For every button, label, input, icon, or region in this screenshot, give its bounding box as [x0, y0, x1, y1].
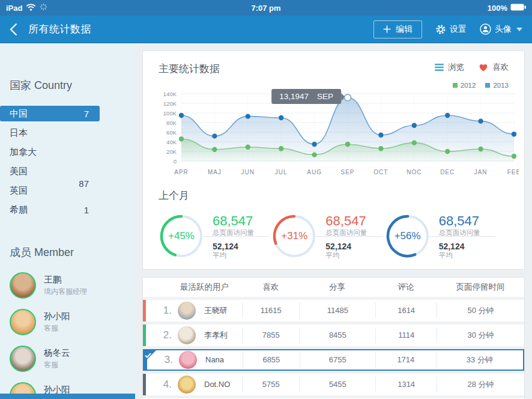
stat-average: 52,124 [439, 242, 480, 251]
member-avatar [10, 272, 36, 299]
member-role: 客服 [44, 323, 70, 334]
sidebar-item-country[interactable]: 加拿大 [0, 144, 100, 160]
rank-number: 4. [157, 379, 178, 391]
time-cell: 33 分钟 [436, 352, 523, 368]
avatar-menu-button[interactable]: 头像 [480, 23, 522, 35]
member-name: 杨冬云 [44, 347, 70, 359]
user-name: 王晓研 [204, 305, 228, 316]
stat-average: 52,124 [213, 242, 254, 251]
rank-number: 3. [159, 354, 179, 366]
active-users-table: 最活跃的用户 喜欢 分享 评论 页面停留时间 1. 王晓研 11615 [142, 277, 525, 399]
svg-text:MAJ: MAJ [208, 169, 222, 175]
member-section-title: 成员 Member [0, 245, 135, 260]
battery-icon [510, 4, 526, 13]
user-icon [480, 23, 491, 35]
shares-cell: 5455 [299, 377, 375, 392]
view-toggle-browse[interactable]: 浏览 [435, 62, 464, 73]
back-button[interactable] [10, 23, 17, 36]
legend-swatch-2012 [453, 83, 458, 88]
rank-number: 2. [157, 329, 178, 341]
sidebar-item-country[interactable]: 希腊 1 [0, 202, 100, 218]
member-avatar [10, 346, 36, 372]
progress-ring: +31% [271, 213, 317, 259]
settings-button-label: 设置 [450, 24, 467, 35]
svg-text:SEP: SEP [340, 169, 354, 175]
progress-ring: +45% [159, 213, 204, 259]
comments-cell: 1614 [375, 303, 437, 318]
svg-text:0: 0 [174, 158, 177, 165]
stat-percent: +31% [271, 213, 317, 259]
svg-text:OCT: OCT [373, 169, 388, 175]
member-list-item[interactable]: 孙小阳 客服 [0, 306, 135, 338]
user-avatar [179, 351, 197, 369]
table-header: 最活跃的用户 喜欢 分享 评论 页面停留时间 [143, 278, 524, 297]
stat-page-views: +56% 68,547 总页面访问量 52,124 平均 [385, 213, 498, 260]
country-name: 中国 [10, 108, 28, 120]
svg-text:NOC: NOC [407, 169, 422, 175]
rank-color-bar [143, 324, 146, 346]
svg-text:DEC: DEC [440, 169, 455, 175]
country-count: 1 [84, 205, 89, 215]
legend-label-2013: 2013 [493, 82, 509, 89]
likes-cell: 5755 [242, 377, 299, 392]
user-name: Nana [205, 355, 224, 364]
list-icon [435, 64, 444, 71]
sidebar-item-country[interactable]: 日本 [0, 125, 100, 141]
check-icon [145, 351, 151, 360]
comments-cell: 1714 [375, 352, 436, 368]
member-list-item[interactable]: 王鹏 境内客服经理 [0, 269, 135, 302]
table-row[interactable]: 3. Nana 6855 6755 1714 33 分钟 [143, 349, 524, 371]
table-header-comments: 评论 [375, 282, 437, 293]
stat-divider [316, 236, 382, 237]
tooltip-month: SEP [317, 92, 333, 101]
rank-color-bar [143, 300, 146, 321]
table-header-time: 页面停留时间 [437, 282, 524, 293]
svg-text:120K: 120K [163, 100, 177, 107]
table-row[interactable]: 4. Dot.NO 5755 5455 1314 28 分钟 [143, 374, 524, 395]
nav-bar: 所有统计数据 编辑 设置 [0, 16, 532, 43]
table-body: 1. 王晓研 11615 11485 1614 50 分钟 [143, 297, 524, 398]
comments-cell: 1314 [375, 377, 437, 392]
status-bar: iPad 7:07 pm [0, 0, 532, 16]
time-cell: 50 分钟 [437, 303, 524, 318]
svg-text:20K: 20K [166, 148, 177, 155]
table-row[interactable]: 1. 王晓研 11615 11485 1614 50 分钟 [143, 300, 524, 321]
user-avatar [178, 302, 196, 320]
svg-text:40K: 40K [166, 139, 177, 145]
stat-value: 68,547 [213, 213, 254, 228]
country-name: 日本 [10, 127, 28, 139]
member-name: 王鹏 [44, 274, 87, 285]
country-count: 87 [79, 178, 89, 189]
shares-cell: 6755 [300, 352, 375, 368]
stat-value: 68,547 [439, 213, 480, 228]
member-list-item[interactable]: 杨冬云 客服 [0, 343, 135, 375]
area-chart[interactable]: 020K40K60K80K100K120K140KAPRMAJJUNJULAUG… [159, 90, 519, 180]
member-name: 孙小阳 [44, 311, 70, 322]
sidebar-item-country[interactable]: 中国 7 [0, 106, 100, 121]
view-toggle-likes[interactable]: 喜欢 [479, 62, 509, 73]
sidebar-item-country[interactable]: 美国 [0, 163, 100, 179]
country-name: 美国 [10, 166, 28, 177]
stat-divider [429, 236, 495, 237]
stat-average-label: 平均 [213, 252, 254, 260]
settings-button[interactable]: 设置 [435, 24, 467, 35]
edit-button-label: 编辑 [396, 24, 413, 35]
sidebar-item-country[interactable]: 英国 87 [0, 183, 100, 198]
likes-cell: 11615 [242, 303, 299, 318]
svg-text:JAN: JAN [474, 169, 488, 175]
stat-percent: +56% [385, 213, 431, 259]
member-avatar [10, 309, 36, 335]
time-cell: 30 分钟 [437, 327, 524, 343]
edit-button[interactable]: 编辑 [373, 20, 422, 38]
country-section-title: 国家 Country [0, 78, 135, 93]
country-count: 7 [84, 109, 89, 119]
shares-cell: 8455 [299, 327, 375, 343]
avatar-menu-label: 头像 [495, 24, 512, 35]
country-name: 加拿大 [10, 147, 37, 158]
view-likes-label: 喜欢 [492, 62, 509, 73]
table-row[interactable]: 2. 李孝利 7855 8455 1114 30 分钟 [143, 324, 524, 346]
heart-icon [479, 63, 488, 72]
main-content: 主要统计数据 浏览 [135, 43, 532, 399]
svg-text:100K: 100K [163, 110, 177, 117]
member-list: 王鹏 境内客服经理 孙小阳 客服 杨冬云 客服 [0, 269, 135, 399]
